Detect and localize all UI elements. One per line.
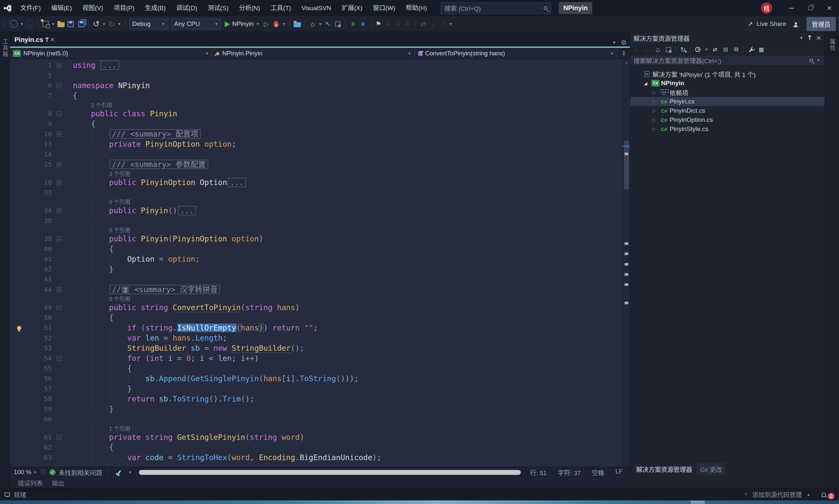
- undo-icon[interactable]: ↺: [91, 18, 101, 30]
- menu-item[interactable]: 视图(V): [77, 0, 108, 16]
- codelens-references[interactable]: 0 个引用: [109, 296, 130, 302]
- project-dropdown[interactable]: C# NPinyin (net5.0)▼: [10, 48, 212, 59]
- toolbar-drag-handle[interactable]: [3, 20, 6, 28]
- scrollbar-thumb[interactable]: [624, 141, 629, 189]
- collapse-region-icon[interactable]: −: [57, 83, 62, 88]
- se-sync-active-document-icon[interactable]: ⇄: [711, 45, 720, 54]
- pointer-mode-icon[interactable]: ↖: [323, 18, 333, 30]
- codelens-references[interactable]: 0 个引用: [109, 199, 130, 205]
- feedback-monitor-icon[interactable]: [5, 492, 10, 497]
- expand-arrow-icon[interactable]: ▷: [650, 90, 659, 95]
- codelens-row[interactable]: 0 个引用: [10, 198, 623, 206]
- code-line-9[interactable]: 9{: [10, 119, 623, 129]
- pin-panel-icon[interactable]: [809, 37, 810, 40]
- horizontal-scrollbar[interactable]: [139, 470, 521, 475]
- se-show-all-files-icon[interactable]: ▦: [757, 45, 766, 54]
- code-line-43[interactable]: 43: [10, 274, 623, 285]
- code-line-41[interactable]: 41Option = option;: [10, 254, 623, 264]
- menu-item[interactable]: 扩展(X): [336, 0, 367, 16]
- code-line-52[interactable]: 52var len = hans.Length;: [10, 333, 623, 343]
- menu-item[interactable]: 编辑(E): [46, 0, 77, 16]
- expand-region-icon[interactable]: +: [57, 132, 62, 137]
- code-line-13[interactable]: 13private PinyinOption option;: [10, 139, 623, 149]
- code-line-59[interactable]: 59}: [10, 404, 623, 414]
- configuration-dropdown[interactable]: Debug▼: [129, 18, 168, 30]
- collapsed-region-box[interactable]: /// <summary> 配置项: [110, 129, 200, 139]
- undo-dropdown[interactable]: ▼: [101, 22, 107, 26]
- lightbulb-icon[interactable]: [17, 326, 21, 330]
- tree-item-pinyindict.cs[interactable]: ▷C#PinyinDict.cs: [630, 106, 825, 115]
- code-line-51[interactable]: 51if (string.IsNullOrEmpty(hans)) return…: [10, 323, 623, 333]
- minimize-button[interactable]: [782, 0, 801, 16]
- tree-item--npinyin-1-1-[interactable]: 解决方案 'NPinyin' (1 个项目, 共 1 个): [630, 69, 825, 78]
- move-down-icon[interactable]: ↓: [429, 18, 438, 30]
- expand-region-icon[interactable]: +: [57, 162, 62, 167]
- code-line-40[interactable]: 40{: [10, 244, 623, 254]
- next-bookmark-icon[interactable]: ⚐: [393, 18, 403, 30]
- codelens-references[interactable]: 3 个引用: [109, 171, 130, 177]
- tree-item-npinyin[interactable]: ◢C#NPinyin: [630, 78, 825, 88]
- find-in-files-icon[interactable]: [292, 18, 302, 30]
- feedback-icon[interactable]: [791, 18, 801, 30]
- se-search-dropdown[interactable]: ▼: [816, 58, 821, 62]
- collapsed-region-box[interactable]: ...: [228, 178, 246, 187]
- zoom-dropdown[interactable]: 100 %▼: [14, 469, 37, 476]
- code-line-49[interactable]: 49−public string ConvertToPinyin(string …: [10, 303, 623, 313]
- save-all-icon[interactable]: [76, 18, 86, 30]
- collapsed-region-box[interactable]: /// <summary> 参数配置: [110, 160, 208, 169]
- code-line-63[interactable]: 63var code = StringToHex(word, Encoding.…: [10, 453, 623, 463]
- code-cleanup-icon[interactable]: [115, 466, 124, 478]
- live-share-label[interactable]: Live Share: [756, 20, 786, 28]
- line-ending-indicator[interactable]: LF: [615, 468, 623, 477]
- restore-button[interactable]: [801, 0, 820, 16]
- tree-item-pinyinoption.cs[interactable]: ▷C#PinyinOption.cs: [630, 115, 825, 124]
- caret-line-indicator[interactable]: 行: 51: [530, 468, 547, 477]
- redo-dropdown[interactable]: ▼: [117, 22, 122, 26]
- panel-position-dropdown[interactable]: ▼: [799, 36, 803, 40]
- navigate-back-icon[interactable]: ←: [8, 18, 19, 30]
- close-panel-icon[interactable]: ✕: [816, 34, 821, 42]
- document-outline-icon[interactable]: [333, 18, 343, 30]
- code-line-54[interactable]: 54−for (int i = 0; i < len; i++): [10, 353, 623, 363]
- codelens-row[interactable]: 3 个引用: [10, 169, 623, 178]
- toolbox-vertical-tab[interactable]: 工具箱: [1, 39, 9, 57]
- hot-reload-icon[interactable]: [272, 18, 281, 30]
- code-line-8[interactable]: 8−public class Pinyin: [10, 109, 623, 119]
- se-switch-views-icon[interactable]: [664, 45, 673, 54]
- se-collapse-all-icon[interactable]: ⊟: [721, 45, 730, 54]
- menu-item[interactable]: 测试(S): [203, 0, 234, 16]
- member-dropdown[interactable]: ConvertToPinyin(string hans)▼: [415, 48, 617, 59]
- vertical-scrollbar[interactable]: ▲: [623, 59, 630, 467]
- codelens-row[interactable]: 0 个引用: [10, 226, 623, 234]
- navigate-back-dropdown[interactable]: ▼: [19, 22, 24, 26]
- collapse-region-icon[interactable]: −: [57, 236, 62, 241]
- code-line-14[interactable]: 14: [10, 149, 623, 160]
- code-line-62[interactable]: 62{: [10, 443, 623, 453]
- code-line-53[interactable]: 53StringBuilder sb = new StringBuilder()…: [10, 343, 623, 353]
- expand-region-icon[interactable]: +: [57, 287, 62, 292]
- code-line-58[interactable]: 58return sb.ToString().Trim();: [10, 394, 623, 404]
- navigate-reference-icon[interactable]: ⇄: [419, 18, 429, 30]
- properties-vertical-tab[interactable]: 属性: [828, 39, 836, 51]
- code-cleanup-dropdown[interactable]: ▼: [127, 470, 133, 474]
- collapse-region-icon[interactable]: −: [57, 111, 62, 116]
- code-line-18[interactable]: 18+public PinyinOption Option...: [10, 178, 623, 188]
- expand-arrow-icon[interactable]: ▷: [650, 108, 659, 113]
- codelens-references[interactable]: 1 个引用: [109, 426, 130, 432]
- redo-icon[interactable]: ↻: [107, 18, 117, 30]
- code-line-5[interactable]: 5: [10, 70, 623, 80]
- expand-arrow-icon[interactable]: ▷: [650, 126, 659, 132]
- source-control-dropup[interactable]: ▲: [807, 492, 810, 497]
- new-project-dropdown[interactable]: ▼: [51, 22, 56, 26]
- se-wrench-icon[interactable]: [746, 45, 755, 54]
- menu-item[interactable]: 帮助(H): [401, 0, 432, 16]
- code-line-56[interactable]: 56sb.Append(GetSinglePinyin(hans[i].ToSt…: [10, 374, 623, 384]
- hot-reload-dropdown[interactable]: ▼: [281, 22, 287, 26]
- window-layout-dropdown[interactable]: ▼: [318, 22, 323, 26]
- code-editor[interactable]: 1+using ...56−namespace NPinyin7{2 个引用8−…: [10, 59, 630, 467]
- close-document-icon[interactable]: ✕: [50, 36, 55, 43]
- se-back-icon[interactable]: ←: [632, 45, 641, 54]
- save-icon[interactable]: [66, 18, 76, 30]
- format-document-icon[interactable]: ≡: [348, 18, 358, 30]
- code-line-50[interactable]: 50{: [10, 313, 623, 323]
